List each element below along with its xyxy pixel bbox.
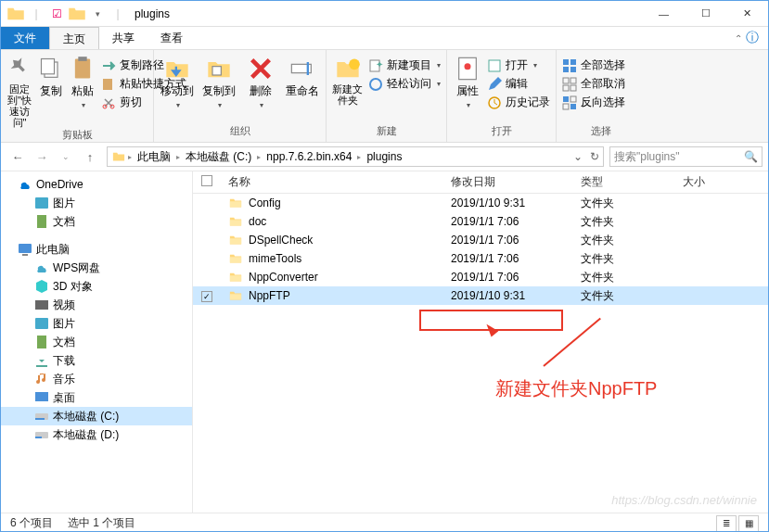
svg-rect-29 [563, 104, 569, 109]
tree-desktop[interactable]: 桌面 [1, 388, 192, 407]
qat-dropdown[interactable]: ▾ [88, 5, 107, 23]
moveto-button[interactable]: 移动到 [160, 56, 196, 109]
nav-tree[interactable]: OneDrive 图片 文档 此电脑 WPS网盘 3D 对象 视频 图片 文档 … [1, 171, 193, 513]
file-name: NppFTP [249, 289, 290, 302]
svg-rect-1 [42, 59, 55, 74]
search-icon: 🔍 [744, 150, 758, 163]
tree-pictures[interactable]: 图片 [1, 194, 192, 212]
close-button[interactable]: ✕ [726, 1, 768, 27]
svg-rect-23 [570, 78, 576, 83]
divider: | [27, 5, 45, 23]
crumb[interactable]: 本地磁盘 (C:) [182, 149, 255, 165]
folder-icon [111, 150, 126, 163]
selectnone-button[interactable]: 全部取消 [562, 76, 625, 92]
col-name[interactable]: 名称 [221, 174, 443, 190]
tree-videos[interactable]: 视频 [1, 296, 192, 314]
copy-button[interactable]: 复制 [38, 56, 64, 99]
file-row[interactable]: DSpellCheck2019/1/1 7:06文件夹 [193, 231, 768, 249]
status-bar: 6 个项目 选中 1 个项目 ≣ ▦ [1, 513, 768, 532]
col-type[interactable]: 类型 [573, 174, 675, 190]
newfolder-button[interactable]: 新建文件夹 [332, 56, 363, 106]
maximize-button[interactable]: ☐ [685, 1, 726, 27]
edit-button[interactable]: 编辑 [487, 76, 550, 92]
rename-button[interactable]: 重命名 [284, 56, 320, 99]
help-icon[interactable]: ⓘ [746, 30, 759, 46]
svg-rect-22 [563, 78, 569, 83]
search-input[interactable]: 搜索"plugins" 🔍 [609, 146, 763, 167]
history-button[interactable]: 历史记录 [487, 95, 550, 110]
view-icons-button[interactable]: ▦ [738, 515, 759, 532]
invertselect-button[interactable]: 反向选择 [562, 95, 625, 110]
pin-button[interactable]: 固定到"快速访问" [6, 56, 32, 128]
file-row[interactable]: ✓NppFTP2019/1/10 9:31文件夹 [193, 286, 768, 305]
easyaccess-button[interactable]: 轻松访问 [368, 76, 441, 92]
newitem-button[interactable]: ✦新建项目 [368, 57, 441, 73]
svg-rect-2 [75, 59, 90, 79]
tree-downloads[interactable]: 下载 [1, 351, 192, 370]
file-row[interactable]: NppConverter2019/1/1 7:06文件夹 [193, 268, 768, 286]
col-checkbox[interactable] [193, 175, 221, 189]
view-details-button[interactable]: ≣ [716, 515, 737, 532]
svg-rect-33 [22, 254, 28, 256]
file-row[interactable]: mimeTools2019/1/1 7:06文件夹 [193, 249, 768, 268]
file-row[interactable]: doc2019/1/1 7:06文件夹 [193, 212, 768, 231]
crumb[interactable]: 此电脑 [134, 149, 174, 165]
tree-pictures2[interactable]: 图片 [1, 314, 192, 333]
crumb[interactable]: npp.7.6.2.bin.x64 [263, 150, 355, 163]
svg-rect-24 [563, 85, 569, 91]
svg-rect-19 [570, 59, 576, 65]
titlebar: | ☑ ▾ | plugins — ☐ ✕ [1, 1, 768, 27]
file-type: 文件夹 [573, 214, 675, 230]
tree-documents2[interactable]: 文档 [1, 333, 192, 351]
tab-share[interactable]: 共享 [99, 27, 147, 49]
up-button[interactable]: ↑ [79, 146, 101, 168]
file-date: 2019/1/10 9:31 [443, 289, 573, 302]
col-size[interactable]: 大小 [675, 174, 750, 190]
back-button[interactable]: ← [6, 146, 29, 168]
folder-icon [228, 289, 243, 302]
row-checkbox[interactable]: ✓ [201, 291, 212, 302]
delete-button[interactable]: 删除 [243, 56, 279, 109]
file-type: 文件夹 [573, 270, 675, 285]
copyto-button[interactable]: 复制到 [201, 56, 237, 109]
paste-button[interactable]: 粘贴 [70, 56, 96, 109]
navbar: ← → ⌄ ↑ ▸ 此电脑▸ 本地磁盘 (C:)▸ npp.7.6.2.bin.… [1, 143, 768, 171]
recent-dropdown[interactable]: ⌄ [55, 146, 77, 168]
properties-button[interactable]: 属性 [453, 56, 481, 109]
forward-button[interactable]: → [31, 146, 53, 168]
refresh-button[interactable]: ↻ [586, 150, 603, 163]
tree-documents[interactable]: 文档 [1, 212, 192, 231]
file-type: 文件夹 [573, 233, 675, 248]
tab-file[interactable]: 文件 [1, 27, 49, 49]
divider: | [109, 5, 127, 23]
svg-rect-39 [35, 418, 45, 420]
tree-diskd[interactable]: 本地磁盘 (D:) [1, 425, 192, 444]
open-button[interactable]: 打开 [487, 57, 550, 73]
watermark: https://blog.csdn.net/winnie [611, 493, 757, 507]
tree-onedrive[interactable]: OneDrive [1, 175, 192, 194]
file-date: 2019/1/1 7:06 [443, 215, 573, 228]
tree-music[interactable]: 音乐 [1, 370, 192, 388]
ribbon: 固定到"快速访问" 复制 粘贴 复制路径 粘贴快捷方式 剪切 剪贴板 移动到 复… [1, 50, 768, 143]
tree-3d[interactable]: 3D 对象 [1, 277, 192, 296]
selectall-button[interactable]: 全部选择 [562, 57, 625, 73]
col-date[interactable]: 修改日期 [443, 174, 573, 190]
svg-rect-30 [35, 197, 48, 209]
svg-rect-27 [570, 104, 576, 109]
address-dropdown[interactable]: ⌄ [570, 150, 586, 163]
file-type: 文件夹 [573, 288, 675, 304]
tab-view[interactable]: 查看 [147, 27, 196, 49]
svg-text:✦: ✦ [376, 59, 383, 70]
file-row[interactable]: Config2019/1/10 9:31文件夹 [193, 194, 768, 212]
address-bar[interactable]: ▸ 此电脑▸ 本地磁盘 (C:)▸ npp.7.6.2.bin.x64▸ plu… [107, 146, 604, 167]
collapse-ribbon-icon[interactable]: ⌃ [735, 33, 742, 44]
crumb[interactable]: plugins [363, 150, 405, 163]
file-name: Config [249, 196, 281, 209]
tree-wps[interactable]: WPS网盘 [1, 259, 192, 277]
tree-diskc[interactable]: 本地磁盘 (C:) [1, 407, 192, 425]
tree-thispc[interactable]: 此电脑 [1, 240, 192, 259]
ribbon-tabs: 文件 主页 共享 查看 ⌃ ⓘ [1, 27, 768, 50]
check-icon[interactable]: ☑ [47, 5, 66, 23]
tab-home[interactable]: 主页 [49, 27, 99, 49]
minimize-button[interactable]: — [643, 1, 685, 27]
